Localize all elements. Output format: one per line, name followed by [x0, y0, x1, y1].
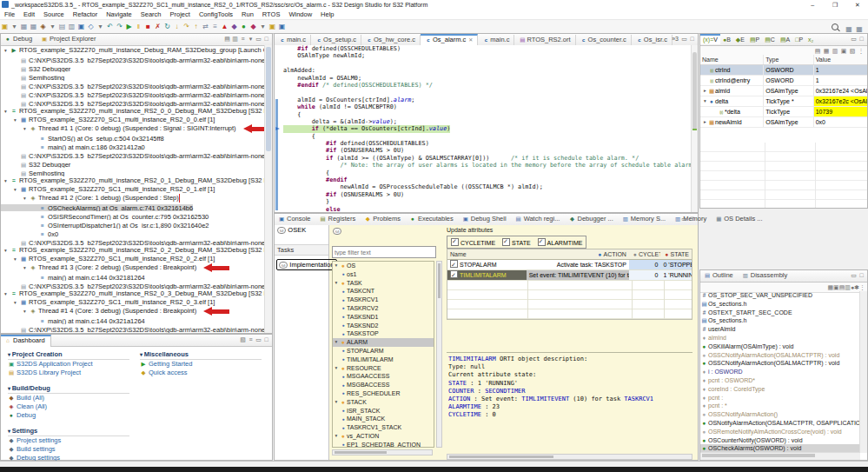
debug-tree-row[interactable]: ▾RTOS_example_S32Z270_SC1_multi_instance…	[1, 255, 265, 263]
outline-item[interactable]: OSSCNotifyAlarmAction(OSALMACTPTR) : voi…	[700, 359, 867, 368]
attribute-checkbox[interactable]: STATE	[502, 238, 531, 246]
toolbar-icon[interactable]: ▶	[124, 20, 134, 33]
maximize-button[interactable]: ❐	[825, 0, 845, 10]
toolbar-icon[interactable]: ◆	[229, 20, 239, 33]
os-tree-row[interactable]: RES_SCHEDULER	[333, 389, 434, 398]
os-tree-row[interactable]: TASKRCV1	[333, 296, 434, 304]
os-tree-row[interactable]: EP1_SCHEDTAB_ACTION	[333, 441, 434, 448]
debug-tree-row[interactable]: ▾RTOS_example_S32Z270_multi_instance_RS2…	[1, 107, 265, 116]
os-tree-row[interactable]: MSGBACCESS	[333, 381, 434, 389]
os-tree-row[interactable]: ▾ALARM	[333, 338, 434, 347]
debug-tree-row[interactable]: Semihosting	[1, 72, 265, 81]
toolbar-icon[interactable]: ■	[143, 20, 153, 33]
dashboard-link[interactable]: Debug	[8, 411, 129, 420]
attribute-checkbox[interactable]: CYCLETIME	[451, 238, 495, 246]
toolbar-icon[interactable]: ▣	[0, 20, 10, 33]
outline-item[interactable]: OSSCNotifyAlarmAction()	[700, 410, 867, 419]
view-toolbar-icon[interactable]: □	[262, 34, 270, 44]
os-tree-row[interactable]: TASKSND1	[333, 313, 434, 322]
os-tree-row[interactable]: ▾vs_ACTION	[333, 432, 434, 441]
view-tab[interactable]: ▤P	[747, 35, 762, 45]
view-toolbar-icon[interactable]: □	[688, 214, 696, 224]
expander-icon[interactable]: ▾	[22, 124, 28, 133]
outline-item[interactable]: coreInd : CoreIdType	[700, 385, 867, 394]
os-tree-hscrollbar[interactable]	[332, 449, 433, 455]
column-header-value[interactable]: Value	[814, 55, 867, 64]
menu-item[interactable]: Window	[284, 10, 316, 19]
variable-row[interactable]: ▸almId OSAlmType 0x32167e24 <OsAll...	[700, 86, 867, 96]
menu-item[interactable]: Run	[237, 10, 258, 19]
toolbar-icon[interactable]: ▣	[277, 20, 287, 33]
debug-tree-row[interactable]: 0x0	[1, 229, 265, 237]
alarm-table-row[interactable]: TIMLIMITALARM Set event: TIMLIMITEVENT (…	[447, 270, 692, 281]
debug-tree-row[interactable]: ▾RTOS_example_S32Z270_multi_instance_RS2…	[1, 176, 265, 185]
debug-tree-row[interactable]: C:\NXP\S32DS.3.5_b27Sept2023\S32DS\tools…	[1, 90, 265, 98]
outline-item[interactable]: Os_sections.h	[700, 300, 867, 309]
variable-row[interactable]: ▸newAlmId OSAlmType 0x0	[700, 117, 867, 128]
code-editor[interactable]: #if defined(OSSCHEDULETABLES) OSAlmType …	[275, 45, 698, 212]
outline-item[interactable]: almInd	[700, 334, 867, 342]
checkbox-icon[interactable]	[451, 238, 459, 246]
view-tab[interactable]: x₂	[805, 35, 816, 45]
dashboard-link[interactable]: Clean (All)	[8, 402, 129, 411]
expander-icon[interactable]: ▾	[12, 116, 18, 124]
column-header-action[interactable]: ACTION	[527, 249, 629, 259]
expander-icon[interactable]: ▾	[12, 255, 18, 263]
view-tab[interactable]: Console	[275, 214, 316, 224]
view-tab[interactable]: Debug Shell	[459, 214, 512, 224]
outline-item[interactable]: OSNotifyAlarmAction(OSALMACTPTR, OSAPPLI…	[700, 419, 867, 428]
checkbox-icon[interactable]	[450, 260, 458, 268]
outline-item[interactable]: OSRemoteNotifyAlmActionCrossCore(void) :…	[700, 428, 867, 436]
view-tab[interactable]: OS Details ...	[712, 214, 767, 224]
os-tree-row[interactable]: TASKRCV1_STACK	[333, 423, 434, 432]
view-toolbar-icon[interactable]: ▾	[247, 34, 255, 44]
expander-icon[interactable]: ▾	[22, 263, 28, 272]
minimize-view-icon[interactable]: ▭	[680, 34, 688, 44]
debug-tree-row[interactable]: Semihosting	[1, 168, 265, 176]
view-tab[interactable]: Problems	[361, 214, 406, 224]
outline-item[interactable]: pcnt : OSWORD*	[700, 376, 867, 385]
outline-item[interactable]: Os_sections.h	[700, 316, 867, 325]
debug-tree-row[interactable]: main() at main.c:144 0x32181264	[1, 272, 265, 281]
view-tab[interactable]: Debugger ...	[565, 214, 618, 224]
expander-icon[interactable]: ▾	[3, 46, 9, 55]
outline-item[interactable]: pcnt :	[700, 394, 867, 402]
os-tree-row[interactable]: TIMLIMITALARM	[333, 356, 434, 364]
outline-item[interactable]: OSKillAlarm(OSAlmType) : void	[700, 342, 867, 351]
expander-icon[interactable]: ▾	[333, 432, 340, 441]
outline-item[interactable]: userAlmId	[700, 325, 867, 334]
outline-item[interactable]: OSCounterNotify(OSWORD) : void	[700, 436, 867, 445]
view-toolbar-icon[interactable]: ▧	[239, 335, 247, 345]
debug-tree-row[interactable]: ▾RTOS_example_S32Z270_multi_instance_RS2…	[1, 246, 265, 255]
expander-icon[interactable]: ▾	[333, 279, 340, 288]
debug-tree-scrollbar[interactable]	[264, 45, 272, 333]
menu-item[interactable]: Source	[39, 10, 69, 19]
checkbox-icon[interactable]	[538, 238, 546, 246]
view-toolbar-icon[interactable]: □	[262, 335, 270, 345]
view-toolbar-icon[interactable]: ≡	[247, 335, 255, 345]
outline-item[interactable]: i : OSWORD	[700, 368, 867, 376]
dashboard-link[interactable]: S32DS Application Project	[8, 360, 129, 369]
expander-icon[interactable]: ▸	[702, 117, 708, 127]
debug-tree-row[interactable]: ▾Thread #1 2 (Core: 1 debug) (Suspended …	[1, 194, 265, 203]
column-header-state[interactable]: STATE	[660, 249, 692, 259]
debug-tree-row[interactable]: C:\NXP\S32DS.3.5_b27Sept2023\S32DS\tools…	[1, 98, 265, 107]
toolbar-icon[interactable]: ▣	[76, 20, 86, 33]
os-tree-row[interactable]: MAIN_STACK	[333, 415, 434, 423]
toolbar-icon[interactable]: ◈	[38, 20, 48, 33]
dashboard-link[interactable]: S32DS Library Project	[8, 369, 129, 377]
view-tab[interactable]: Disassembly	[739, 270, 793, 281]
column-header-name[interactable]: Name	[447, 249, 527, 259]
toolbar-icon[interactable]: ▤	[57, 20, 67, 33]
editor-tab[interactable]: Os_setup.c✕	[311, 35, 361, 45]
editor-tab[interactable]: main.c✕	[275, 35, 311, 45]
osek-section-tasks[interactable]: Tasks	[275, 244, 328, 256]
debug-tree-row[interactable]: ▾RTOS_example_S32Z270_SC1_multi_instance…	[1, 185, 265, 194]
view-toolbar-icon[interactable]: ▭	[255, 335, 262, 345]
minimize-view-icon[interactable]: ▭	[850, 270, 858, 281]
variable-row[interactable]: ▾delta TickType * 0x32167e2c <OsAll...	[700, 96, 867, 107]
toolbar-icon[interactable]: ‖	[134, 20, 143, 33]
outline-vscrollbar[interactable]	[859, 291, 867, 453]
maximize-view-icon[interactable]: □	[858, 270, 865, 281]
view-tab[interactable]: ◆E	[733, 35, 747, 45]
